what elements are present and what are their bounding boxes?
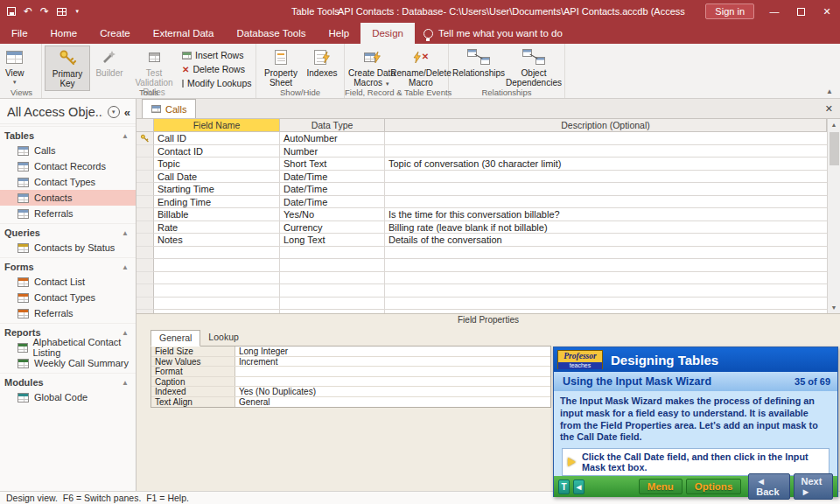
nav-item-alphabetical-contact-listing[interactable]: Alphabetical Contact Listing bbox=[0, 340, 136, 355]
description-cell[interactable]: Is the time for this conversation billab… bbox=[385, 208, 827, 221]
description-cell[interactable] bbox=[385, 298, 827, 311]
collapse-ribbon-icon[interactable]: ▲ bbox=[826, 88, 833, 95]
data-type-cell[interactable]: Date/Time bbox=[280, 196, 385, 209]
undo-icon[interactable]: ↶ bbox=[24, 7, 32, 16]
indexes-button[interactable]: Indexes bbox=[303, 46, 341, 80]
row-selector[interactable] bbox=[136, 145, 154, 158]
next-button[interactable]: Next ► bbox=[794, 473, 833, 500]
builder-button[interactable]: Builder bbox=[90, 46, 129, 80]
insert-rows-button[interactable]: Insert Rows bbox=[179, 49, 253, 61]
field-name-cell[interactable]: Call Date bbox=[154, 171, 280, 184]
field-name-cell[interactable]: Rate bbox=[154, 221, 280, 234]
tab-home[interactable]: Home bbox=[39, 23, 89, 44]
row-selector[interactable] bbox=[136, 208, 154, 221]
description-cell[interactable] bbox=[385, 183, 827, 196]
object-dependencies-button[interactable]: Object Dependencies bbox=[506, 46, 562, 89]
nav-section-forms[interactable]: Forms▲ bbox=[0, 257, 136, 274]
maximize-button[interactable] bbox=[788, 0, 814, 23]
description-cell[interactable] bbox=[385, 171, 827, 184]
save-icon[interactable] bbox=[7, 7, 16, 16]
data-type-cell[interactable]: Short Text bbox=[280, 158, 385, 171]
row-selector[interactable] bbox=[136, 132, 154, 145]
data-type-cell[interactable] bbox=[280, 272, 385, 285]
document-tab-calls[interactable]: Calls bbox=[142, 99, 196, 118]
nav-section-tables[interactable]: Tables▲ bbox=[0, 126, 136, 143]
description-cell[interactable] bbox=[385, 247, 827, 260]
nav-item-calls[interactable]: Calls bbox=[0, 143, 136, 158]
row-selector[interactable] bbox=[136, 221, 154, 234]
menu-button[interactable]: Menu bbox=[639, 479, 682, 494]
data-type-cell[interactable]: Number bbox=[280, 145, 385, 158]
relationships-button[interactable]: Relationships bbox=[452, 46, 506, 80]
field-name-cell[interactable]: Topic bbox=[154, 158, 280, 171]
row-selector[interactable] bbox=[136, 196, 154, 209]
nav-item-weekly-call-summary[interactable]: Weekly Call Summary bbox=[0, 355, 136, 371]
nav-item-referrals-form[interactable]: Referrals bbox=[0, 305, 136, 321]
close-button[interactable]: ✕ bbox=[814, 0, 840, 23]
nav-item-contact-records[interactable]: Contact Records bbox=[0, 158, 136, 174]
tab-file[interactable]: File bbox=[0, 23, 39, 44]
nav-item-contact-types-form[interactable]: Contact Types bbox=[0, 290, 136, 305]
narration-button[interactable]: ◄ bbox=[573, 480, 584, 494]
property-value[interactable] bbox=[235, 377, 550, 387]
property-value[interactable]: Increment bbox=[235, 357, 550, 367]
field-name-cell[interactable] bbox=[154, 272, 280, 285]
nav-section-modules[interactable]: Modules▲ bbox=[0, 373, 136, 389]
row-selector[interactable] bbox=[136, 247, 154, 260]
field-name-cell[interactable]: Contact ID bbox=[154, 145, 280, 158]
field-name-cell[interactable]: Notes bbox=[154, 234, 280, 247]
field-name-cell[interactable]: Starting Time bbox=[154, 183, 280, 196]
row-selector[interactable] bbox=[136, 298, 154, 311]
description-cell[interactable] bbox=[385, 284, 827, 298]
data-type-cell[interactable]: Date/Time bbox=[280, 171, 385, 184]
field-name-cell[interactable] bbox=[154, 284, 280, 298]
description-cell[interactable]: Topic of conversation (30 character limi… bbox=[385, 158, 827, 171]
nav-item-global-code[interactable]: Global Code bbox=[0, 389, 136, 405]
tab-general[interactable]: General bbox=[150, 330, 200, 346]
property-value[interactable]: General bbox=[235, 397, 550, 408]
data-type-cell[interactable]: Yes/No bbox=[280, 208, 385, 221]
row-selector[interactable] bbox=[136, 272, 154, 285]
data-type-cell[interactable]: Currency bbox=[280, 221, 385, 234]
field-name-cell[interactable]: Ending Time bbox=[154, 196, 280, 209]
data-type-cell[interactable] bbox=[280, 247, 385, 260]
data-type-cell[interactable]: Date/Time bbox=[280, 183, 385, 196]
scroll-up-icon[interactable]: ▲ bbox=[831, 119, 837, 130]
row-selector[interactable] bbox=[136, 259, 154, 272]
description-cell[interactable] bbox=[385, 259, 827, 272]
data-type-cell[interactable]: Long Text bbox=[280, 234, 385, 247]
property-value[interactable]: Yes (No Duplicates) bbox=[235, 387, 550, 396]
vertical-scrollbar[interactable]: ▲ ▼ bbox=[827, 119, 840, 313]
data-type-cell[interactable] bbox=[280, 284, 385, 298]
tab-design[interactable]: Design bbox=[360, 23, 415, 44]
field-name-header[interactable]: Field Name bbox=[154, 119, 280, 132]
data-type-cell[interactable] bbox=[280, 298, 385, 311]
nav-section-queries[interactable]: Queries▲ bbox=[0, 223, 136, 240]
close-document-icon[interactable]: ✕ bbox=[818, 103, 840, 115]
description-cell[interactable] bbox=[385, 272, 827, 285]
description-cell[interactable]: Billing rate (leave blank if not billabl… bbox=[385, 221, 827, 234]
tab-external-data[interactable]: External Data bbox=[142, 23, 226, 44]
description-cell[interactable] bbox=[385, 132, 827, 145]
create-data-macros-button[interactable]: Create Data Macros ▼ bbox=[347, 46, 396, 89]
scrollbar-thumb[interactable] bbox=[830, 132, 839, 165]
row-selector[interactable] bbox=[136, 183, 154, 196]
property-value[interactable]: Long Integer bbox=[235, 346, 550, 356]
nav-item-contacts[interactable]: Contacts bbox=[0, 190, 136, 206]
data-type-cell[interactable]: AutoNumber bbox=[280, 132, 385, 145]
redo-icon[interactable]: ↷ bbox=[40, 7, 49, 16]
primary-key-button[interactable]: Primary Key bbox=[45, 46, 90, 91]
row-selector[interactable] bbox=[136, 171, 154, 184]
description-cell[interactable] bbox=[385, 196, 827, 209]
property-value[interactable] bbox=[235, 367, 550, 376]
customize-quick-access-icon[interactable]: ▼ bbox=[74, 9, 80, 14]
description-cell[interactable] bbox=[385, 145, 827, 158]
field-name-cell[interactable] bbox=[154, 298, 280, 311]
back-button[interactable]: ◄ Back bbox=[748, 473, 789, 500]
table-view-icon[interactable] bbox=[57, 8, 66, 16]
row-selector[interactable] bbox=[136, 158, 154, 171]
tab-database-tools[interactable]: Database Tools bbox=[225, 23, 317, 44]
nav-item-contact-types[interactable]: Contact Types bbox=[0, 174, 136, 190]
tab-create[interactable]: Create bbox=[88, 23, 142, 44]
field-name-cell[interactable]: Call ID bbox=[154, 132, 280, 145]
